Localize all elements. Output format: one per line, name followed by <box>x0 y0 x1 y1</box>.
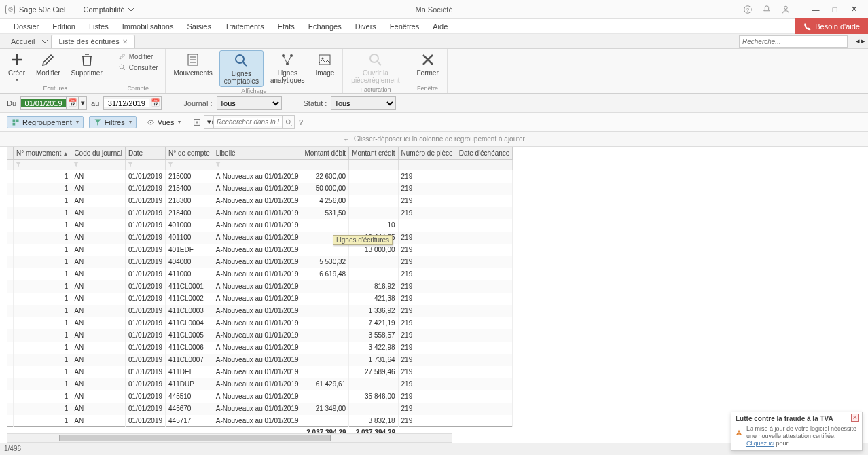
col-compte[interactable]: N° de compte <box>166 147 213 160</box>
table-row[interactable]: 1AN01/01/2019411CL0006A-Nouveaux au 01/0… <box>7 342 513 354</box>
menu-listes[interactable]: Listes <box>82 22 115 31</box>
creer-button[interactable]: Créer ▾ <box>4 50 29 84</box>
table-row[interactable]: 1AN01/01/2019411DUPA-Nouveaux au 01/01/2… <box>7 378 513 390</box>
compte-modifier-button[interactable]: Modifier <box>115 52 161 61</box>
compte-consulter-button[interactable]: Consulter <box>115 62 161 72</box>
table-row[interactable]: 1AN01/01/2019401100A-Nouveaux au 01/01/2… <box>7 232 513 244</box>
book-icon <box>185 52 201 68</box>
table-row[interactable]: 1AN01/01/2019404000A-Nouveaux au 01/01/2… <box>7 256 513 268</box>
close-button[interactable]: ✕ <box>845 3 863 16</box>
menu-immobilisations[interactable]: Immobilisations <box>115 22 181 31</box>
minimize-button[interactable]: — <box>807 3 825 16</box>
list-help-button[interactable]: ? <box>299 118 303 126</box>
statut-select[interactable]: Tous <box>331 96 396 110</box>
user-icon[interactable] <box>781 5 791 14</box>
date-to-input[interactable] <box>104 99 149 107</box>
search-mode-dropdown[interactable]: ▾ <box>204 116 214 128</box>
calendar-icon[interactable]: 📅 <box>66 97 78 109</box>
journal-select[interactable]: Tous <box>217 96 282 110</box>
filter-row[interactable] <box>7 160 513 170</box>
tab-liste-ecritures[interactable]: Liste des écritures ✕ <box>51 35 134 48</box>
list-search-input[interactable] <box>214 118 282 126</box>
date-to-picker[interactable]: 📅 <box>103 96 162 110</box>
menu-saisies[interactable]: Saisies <box>181 22 218 31</box>
group-drop-area[interactable]: ← Glisser-déposer ici la colonne de regr… <box>0 132 868 147</box>
modifier-button[interactable]: Modifier <box>32 50 65 78</box>
col-credit[interactable]: Montant crédit <box>349 147 398 160</box>
help-icon[interactable]: ? <box>743 5 753 14</box>
date-from-input[interactable] <box>21 99 66 107</box>
table-row[interactable]: 1AN01/01/2019411DELA-Nouveaux au 01/01/2… <box>7 366 513 378</box>
notification-close-button[interactable]: ✕ <box>851 414 859 422</box>
menu-traitements[interactable]: Traitements <box>218 22 271 31</box>
menu-etats[interactable]: Etats <box>271 22 302 31</box>
table-row[interactable]: 1AN01/01/2019411CL0007A-Nouveaux au 01/0… <box>7 354 513 366</box>
tab-close-icon[interactable]: ✕ <box>122 38 128 46</box>
col-libelle[interactable]: Libellé <box>213 147 302 160</box>
menu-dossier[interactable]: Dossier <box>7 22 46 31</box>
calendar-icon[interactable]: 📅 <box>149 97 161 109</box>
table-row[interactable]: 1AN01/01/2019411CL0003A-Nouveaux au 01/0… <box>7 305 513 317</box>
fermer-button[interactable]: Fermer <box>412 50 442 78</box>
table-row[interactable]: 1AN01/01/2019445670A-Nouveaux au 01/01/2… <box>7 403 513 415</box>
lignes-analytiques-button[interactable]: Lignes analytiques <box>266 50 309 86</box>
table-row[interactable]: 1AN01/01/2019215000A-Nouveaux au 01/01/2… <box>7 170 513 183</box>
mouvements-button[interactable]: Mouvements <box>170 50 217 78</box>
module-dropdown[interactable]: Comptabilité <box>84 5 134 14</box>
vues-button[interactable]: Vues▾ <box>142 116 186 128</box>
search-icon[interactable] <box>282 116 294 128</box>
nav-prev-icon[interactable]: ◂ <box>856 37 860 46</box>
maximize-button[interactable]: □ <box>826 3 844 16</box>
table-row[interactable]: 1AN01/01/2019411CL0002A-Nouveaux au 01/0… <box>7 293 513 305</box>
global-search-input[interactable] <box>739 35 848 48</box>
date-dropdown-icon[interactable]: ▾ <box>78 97 86 109</box>
col-echeance[interactable]: Date d'échéance <box>456 147 513 160</box>
label-du: Du <box>7 99 16 107</box>
table-row[interactable]: 1AN01/01/2019218400A-Nouveaux au 01/01/2… <box>7 207 513 219</box>
phone-icon <box>803 22 811 31</box>
regroupement-button[interactable]: Regroupement▾ <box>7 116 84 128</box>
table-row[interactable]: 1AN01/01/2019401EDFA-Nouveaux au 01/01/2… <box>7 244 513 256</box>
col-debit[interactable]: Montant débit <box>302 147 349 160</box>
table-row[interactable]: 1AN01/01/2019411CL0005A-Nouveaux au 01/0… <box>7 329 513 342</box>
menu-divers[interactable]: Divers <box>348 22 383 31</box>
col-piece[interactable]: Numéro de pièce <box>398 147 456 160</box>
supprimer-button[interactable]: Supprimer <box>67 50 107 78</box>
filtres-button[interactable]: Filtres▾ <box>89 116 137 128</box>
menu-aide[interactable]: Aide <box>426 22 454 31</box>
funnel-icon[interactable] <box>167 161 174 168</box>
table-row[interactable]: 1AN01/01/2019215400A-Nouveaux au 01/01/2… <box>7 183 513 195</box>
table-row[interactable]: 1AN01/01/2019411000A-Nouveaux au 01/01/2… <box>7 268 513 280</box>
nav-next-icon[interactable]: ▸ <box>861 37 865 46</box>
export-icon[interactable] <box>191 116 203 128</box>
menu-echanges[interactable]: Echanges <box>302 22 348 31</box>
table-row[interactable]: 1AN01/01/2019218300A-Nouveaux au 01/01/2… <box>7 195 513 207</box>
tab-dropdown-icon[interactable] <box>41 38 48 45</box>
menu-fenetres[interactable]: Fenêtres <box>383 22 426 31</box>
table-row[interactable]: 1AN01/01/2019411CL0004A-Nouveaux au 01/0… <box>7 317 513 329</box>
list-search[interactable]: ▾ <box>204 115 295 129</box>
funnel-icon[interactable] <box>215 161 221 168</box>
help-button[interactable]: Besoin d'aide <box>795 18 868 35</box>
scrollbar-thumb[interactable] <box>59 435 331 441</box>
notification-link[interactable]: Cliquez ici <box>746 440 774 447</box>
image-button[interactable]: Image <box>312 50 339 78</box>
funnel-icon[interactable] <box>127 161 134 168</box>
tab-accueil[interactable]: Accueil <box>4 35 41 48</box>
horizontal-scrollbar[interactable] <box>7 433 452 443</box>
table-row[interactable]: 1AN01/01/2019401000A-Nouveaux au 01/01/2… <box>7 219 513 232</box>
date-from-picker[interactable]: 📅 ▾ <box>20 96 87 110</box>
table-row[interactable]: 1AN01/01/2019445510A-Nouveaux au 01/01/2… <box>7 390 513 403</box>
table-row[interactable]: 1AN01/01/2019445717A-Nouveaux au 01/01/2… <box>7 415 513 427</box>
col-date[interactable]: Date <box>126 147 166 160</box>
menu-edition[interactable]: Edition <box>46 22 82 31</box>
col-journal[interactable]: Code du journal <box>71 147 126 160</box>
table-row[interactable]: 1AN01/01/2019411CL0001A-Nouveaux au 01/0… <box>7 280 513 293</box>
lignes-comptables-button[interactable]: Lignes comptables <box>219 50 264 87</box>
col-mouvement[interactable]: N° mouvement <box>14 147 71 160</box>
funnel-icon[interactable] <box>73 161 79 168</box>
funnel-icon[interactable] <box>15 161 22 168</box>
col-select[interactable] <box>7 147 14 160</box>
notification-icon[interactable] <box>762 5 772 14</box>
global-search[interactable] <box>739 35 848 48</box>
